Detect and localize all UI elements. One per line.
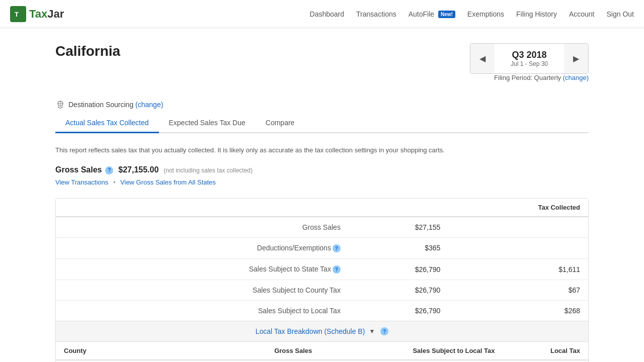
sourcing-change-link[interactable]: (change) [135, 101, 163, 109]
row-amount: $26,790 [349, 259, 448, 280]
nav-links: Dashboard Transactions AutoFile New! Exe… [310, 10, 634, 18]
svg-text:T: T [15, 11, 19, 18]
period-quarter: Q3 2018 [511, 50, 548, 60]
tab-actual-sales-tax[interactable]: Actual Sales Tax Collected [55, 114, 159, 133]
county-col-county: County [56, 342, 220, 360]
page-title: California [55, 43, 120, 59]
table-row: Sales Subject to County Tax $26,790 $67 [56, 280, 588, 301]
breakdown-arrow-icon: ▼ [369, 328, 375, 335]
exemptions-link[interactable]: Exemptions [467, 10, 504, 18]
period-next-button[interactable]: ▶ [564, 44, 588, 73]
table-header-row: Tax Collected [56, 199, 588, 217]
breakdown-info-icon[interactable]: ? [380, 327, 388, 335]
county-gross-sales: $1,756 [220, 360, 320, 362]
county-subject: $1,474 [320, 360, 503, 362]
gross-sales-label: Gross Sales [55, 165, 102, 174]
dashboard-link[interactable]: Dashboard [310, 10, 345, 18]
account-link[interactable]: Account [569, 10, 595, 18]
breakdown-link[interactable]: Local Tax Breakdown (Schedule B) [256, 327, 365, 335]
logo-text: TaxJar [29, 8, 64, 21]
col-header-label [56, 199, 349, 217]
header-row: California ◀ Q3 2018 Jul 1 - Sep 30 ▶ Fi… [55, 43, 589, 92]
filing-history-link[interactable]: Filing History [516, 10, 557, 18]
row-label: Gross Sales [56, 217, 349, 238]
tab-compare[interactable]: Compare [256, 114, 305, 133]
gross-sales-row: Gross Sales ? $27,155.00 (not including … [55, 165, 589, 174]
view-transactions-link[interactable]: View Transactions [55, 178, 108, 186]
row-label: Deductions/Exemptions? [56, 237, 349, 258]
county-table: County Gross Sales Sales Subject to Loca… [56, 342, 588, 362]
row-amount: $365 [349, 237, 448, 258]
table-row: Gross Sales $27,155 [56, 217, 588, 238]
table-row: Sales Subject to Local Tax $26,790 $268 [56, 301, 588, 321]
row-tax [448, 237, 588, 258]
county-local-tax: $14.76 [503, 360, 589, 362]
autofile-badge: New! [438, 11, 455, 18]
logo-icon: T [10, 6, 26, 22]
county-col-gross-sales: Gross Sales [220, 342, 320, 360]
row-amount: $26,790 [349, 280, 448, 301]
gross-sales-value: $27,155.00 [118, 165, 158, 174]
sourcing-icon [55, 100, 65, 110]
view-gross-sales-link[interactable]: View Gross Sales from All States [120, 178, 216, 186]
view-links: View Transactions • View Gross Sales fro… [55, 178, 589, 186]
row-tax: $1,611 [448, 259, 588, 280]
row-label: Sales Subject to State Tax? [56, 259, 349, 280]
sourcing-text: Destination Sourcing (change) [68, 101, 163, 109]
county-table-row: ALAMEDA COUNTY01 $1,756 $1,474 $14.76 [56, 360, 588, 362]
row-label: Sales Subject to County Tax [56, 280, 349, 301]
gross-sales-note: (not including sales tax collected) [164, 167, 253, 174]
sourcing-row: Destination Sourcing (change) [55, 100, 589, 110]
main-content: California ◀ Q3 2018 Jul 1 - Sep 30 ▶ Fi… [45, 28, 599, 362]
gross-sales-info-icon[interactable]: ? [105, 166, 113, 174]
county-col-subject: Sales Subject to Local Tax [320, 342, 503, 360]
table-row: Deductions/Exemptions? $365 [56, 237, 588, 258]
transactions-link[interactable]: Transactions [356, 10, 396, 18]
row-info-icon[interactable]: ? [333, 244, 341, 252]
period-nav-container: ◀ Q3 2018 Jul 1 - Sep 30 ▶ Filing Period… [470, 43, 589, 92]
county-header-row: County Gross Sales Sales Subject to Loca… [56, 342, 588, 360]
county-col-local-tax: Local Tax [503, 342, 589, 360]
col-header-tax: Tax Collected [448, 199, 588, 217]
link-separator: • [113, 178, 117, 186]
period-dates: Jul 1 - Sep 30 [511, 60, 548, 67]
period-prev-button[interactable]: ◀ [470, 44, 495, 73]
row-info-icon[interactable]: ? [333, 265, 341, 274]
county-name: ALAMEDA COUNTY01 [56, 360, 220, 362]
filing-period: Filing Period: Quarterly (change) [470, 74, 589, 81]
report-info-text: This report reflects sales tax that you … [55, 145, 589, 155]
navbar: T TaxJar Dashboard Transactions AutoFile… [0, 0, 644, 28]
row-tax [448, 217, 588, 238]
col-header-amount [349, 199, 448, 217]
period-label: Q3 2018 Jul 1 - Sep 30 [495, 44, 564, 73]
row-tax: $268 [448, 301, 588, 321]
main-data-table: Tax Collected Gross Sales $27,155 Deduct… [56, 199, 588, 321]
main-table-wrapper: Tax Collected Gross Sales $27,155 Deduct… [55, 198, 589, 362]
tabs-container: Actual Sales Tax Collected Expected Sale… [55, 114, 589, 133]
tab-expected-sales-tax[interactable]: Expected Sales Tax Due [159, 114, 256, 133]
breakdown-row[interactable]: Local Tax Breakdown (Schedule B) ▼ ? [56, 321, 588, 342]
row-amount: $26,790 [349, 301, 448, 321]
row-amount: $27,155 [349, 217, 448, 238]
autofile-link[interactable]: AutoFile New! [409, 10, 455, 18]
row-tax: $67 [448, 280, 588, 301]
filing-period-change-link[interactable]: (change) [563, 74, 589, 81]
period-nav: ◀ Q3 2018 Jul 1 - Sep 30 ▶ [470, 43, 589, 74]
row-label: Sales Subject to Local Tax [56, 301, 349, 321]
sign-out-link[interactable]: Sign Out [607, 10, 634, 18]
table-row: Sales Subject to State Tax? $26,790 $1,6… [56, 259, 588, 280]
logo[interactable]: T TaxJar [10, 6, 64, 22]
